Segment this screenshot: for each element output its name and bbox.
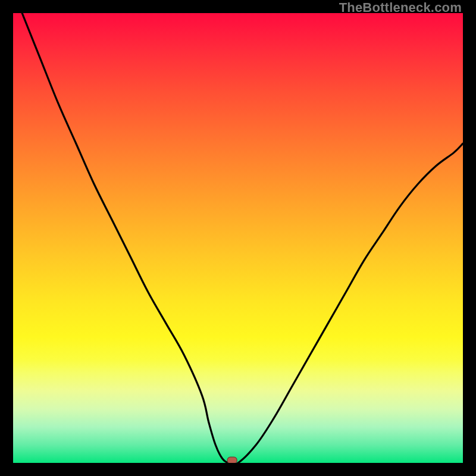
optimum-marker <box>227 457 237 463</box>
plot-area <box>13 13 463 463</box>
bottleneck-curve <box>13 13 463 463</box>
chart-frame: TheBottleneck.com <box>0 0 476 476</box>
watermark-text: TheBottleneck.com <box>339 0 462 15</box>
